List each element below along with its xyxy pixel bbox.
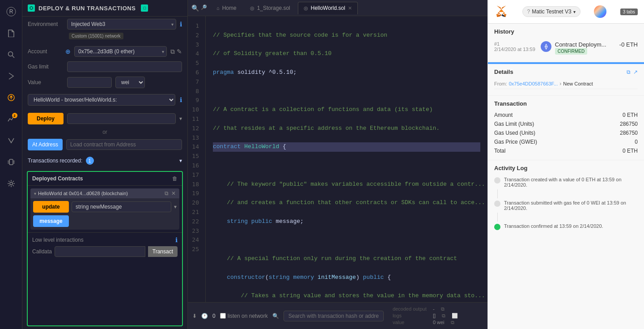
tab-storage[interactable]: ◎ 1_Storage.sol (244, 2, 296, 14)
line-num-15: 15 (188, 152, 202, 161)
code-line-10: // and creates a function that other con… (213, 198, 480, 208)
contract-select[interactable]: HelloWorld - browser/HelloWorld.s: (28, 94, 175, 106)
right-panel-header: ? Matic Testnet V3 ▾ 3 tabs (488, 0, 644, 24)
contract-instance-icons: ⧉ ✕ (165, 190, 176, 197)
update-button[interactable]: update (33, 201, 69, 213)
clock-icon[interactable]: 🕐 (201, 313, 208, 319)
message-button[interactable]: message (33, 215, 69, 227)
activity-dot-1 (494, 177, 500, 184)
details-link-icon[interactable]: ↗ (633, 69, 638, 75)
line-num-24: 24 (188, 235, 202, 245)
unit-select[interactable]: wei gwei ether (115, 77, 145, 88)
eth-avatar (594, 5, 606, 18)
line-num-7: 7 (188, 77, 202, 87)
tx-total-row: Total 0 ETH (494, 146, 638, 155)
update-chevron-icon[interactable]: ▾ (174, 204, 177, 210)
helloworld-tab-icon: ◎ (304, 5, 308, 11)
file-icon[interactable] (4, 26, 18, 40)
svg-marker-12 (497, 5, 501, 9)
account-select[interactable]: 0x75e...2d3dB (0 ether) (74, 46, 167, 57)
code-line-15: // Takes a string value and stores the v… (213, 291, 480, 301)
contract-address-label: HelloWorld at 0x014...d0628 (blockchain) (38, 191, 163, 196)
transact-button[interactable]: Transact (148, 246, 178, 257)
compile-icon[interactable] (4, 69, 18, 83)
code-line-1: // Specifies that the source code is for… (213, 31, 480, 40)
code-line-9: // The keyword "public" makes variables … (213, 180, 480, 189)
value-output-copy-icon[interactable]: ⧉ (451, 320, 454, 325)
details-copy-icon[interactable]: ⧉ (627, 69, 631, 75)
value-input[interactable]: 0 (67, 77, 112, 88)
logs-copy-icon[interactable]: ⧉ (442, 313, 445, 319)
from-address[interactable]: 0x75e4DD0587663F... (509, 81, 558, 86)
contract-copy-icon[interactable]: ⧉ (165, 190, 169, 197)
tabs-indicator[interactable]: 3 tabs (620, 9, 638, 15)
deployed-contracts-section: Deployed Contracts 🗑 ▾ HelloWorld at 0x0… (27, 171, 183, 326)
account-copy-icon[interactable]: ⧉ (170, 48, 175, 56)
account-plus-icon[interactable]: ⊕ (65, 48, 71, 55)
line-num-13: 13 (188, 133, 202, 143)
environment-label: Environment (28, 21, 64, 27)
home-tab-label: Home (222, 5, 237, 11)
code-line-11: string public message; (213, 217, 480, 226)
environment-info-icon[interactable]: ℹ (180, 21, 182, 28)
tab-home[interactable]: ⌂ Home (211, 2, 242, 14)
transactions-label-text: Transactions recorded: (28, 158, 82, 164)
activity-item-3: Transaction confirmed at 13:59 on 2/14/2… (494, 222, 638, 232)
custom-network-badge: Custom (15001) network (69, 33, 123, 39)
contract-info-icon[interactable]: ℹ (180, 96, 182, 103)
at-address-button[interactable]: At Address (28, 139, 63, 150)
deploy-button[interactable]: Deploy (28, 113, 64, 124)
update-method-row: update ▾ (33, 201, 177, 213)
remix-logo-icon[interactable]: R (4, 4, 18, 19)
contract-close-icon[interactable]: ✕ (171, 190, 176, 197)
deploy-icon[interactable] (4, 90, 18, 105)
arrow-icon: › (559, 81, 561, 87)
tx-gas-limit-value: 286750 (620, 121, 638, 127)
history-item[interactable]: #1 2/14/2020 at 13:59 ⟠ Contract Deploym… (494, 38, 638, 57)
tx-gas-price-row: Gas Price (GWEI) 0 (494, 137, 638, 146)
analysis-icon[interactable]: 2 (4, 112, 18, 126)
trash-icon[interactable]: 🗑 (172, 175, 178, 182)
help-icon: ? (527, 9, 530, 15)
terminal-chevron-icon[interactable]: ⬇ (192, 313, 197, 319)
activity-item-1: Transaction created with a value of 0 ET… (494, 175, 638, 189)
logs-expand-icon[interactable]: ⬜ (452, 313, 458, 319)
code-content[interactable]: // Specifies that the source code is for… (206, 16, 487, 302)
decoded-output-copy-icon[interactable]: ⧉ (441, 306, 445, 312)
update-param-input[interactable] (72, 201, 171, 212)
network-selector[interactable]: ? Matic Testnet V3 ▾ (522, 6, 580, 17)
line-num-20: 20 (188, 198, 202, 208)
environment-select[interactable]: Injected Web3 JavaScript VM Web3 Provide… (67, 19, 176, 30)
history-num: #1 (494, 41, 500, 47)
history-amount: -0 ETH (619, 41, 638, 48)
line-num-25: 25 (188, 245, 202, 254)
debug-icon[interactable] (4, 155, 18, 169)
transactions-chevron-icon[interactable]: ▾ (179, 158, 182, 164)
bottom-search-icon[interactable]: 🔍 (272, 313, 279, 319)
code-line-2: // of Solidity greater than 0.5.10 (213, 49, 480, 59)
activity-text-3: Transaction confirmed at 13:59 on 2/14/2… (504, 223, 603, 229)
metamask-icon (494, 4, 508, 19)
test-icon[interactable] (4, 133, 18, 148)
gas-limit-input[interactable]: 3000000 (67, 61, 182, 72)
helloworld-tab-close[interactable]: ✕ (348, 6, 352, 11)
deploy-chevron-icon[interactable]: ▾ (179, 115, 182, 122)
deploy-param-input[interactable]: string initMessage (67, 113, 176, 124)
line-num-21: 21 (188, 208, 202, 217)
search-icon[interactable] (4, 47, 18, 62)
plugin-icon[interactable] (4, 176, 18, 191)
tab-helloworld[interactable]: ◎ HelloWorld.sol ✕ (298, 2, 358, 14)
contract-chevron-icon[interactable]: ▾ (34, 191, 36, 196)
zoom-out-icon[interactable]: 🔍 (191, 4, 199, 12)
at-address-input[interactable] (66, 139, 182, 150)
transactions-row[interactable]: Transactions recorded: 1 ▾ (22, 153, 187, 168)
low-level-info-icon[interactable]: ℹ (175, 236, 178, 244)
zoom-in-icon[interactable]: 🔎 (201, 4, 207, 12)
listen-on-network-checkbox[interactable] (220, 313, 226, 319)
bottom-search-input[interactable] (284, 311, 384, 321)
code-line-6: // that resides at a specific address on… (213, 124, 480, 133)
bottom-bar: ⬇ 🕐 0 listen on network 🔍 decoded output… (188, 302, 487, 329)
deploy-header-title: DEPLOY & RUN TRANSACTIONS (38, 5, 136, 12)
calldata-input[interactable] (55, 246, 145, 257)
account-edit-icon[interactable]: ✎ (177, 48, 182, 56)
